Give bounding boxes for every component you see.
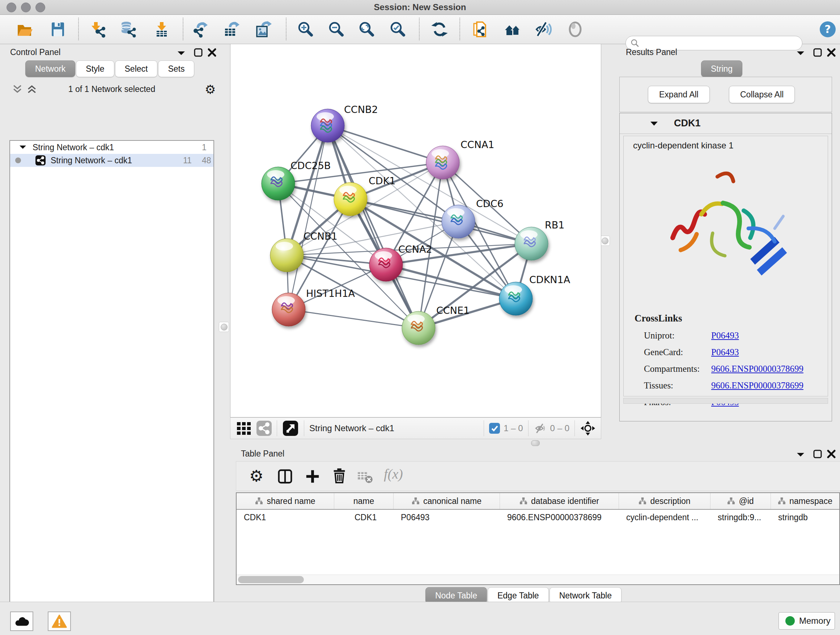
- node-CCNB1[interactable]: [270, 239, 303, 272]
- right-splitter-handle[interactable]: [600, 236, 610, 246]
- node-RB1[interactable]: [515, 227, 548, 260]
- hide-show-panels-icon[interactable]: [535, 21, 553, 38]
- help-icon[interactable]: ?: [819, 21, 836, 38]
- collapse-all-button[interactable]: Collapse All: [729, 86, 795, 103]
- node-HIST1H1A[interactable]: [272, 293, 305, 326]
- node-CDK1[interactable]: [334, 182, 367, 216]
- grid-view-icon[interactable]: [236, 421, 251, 436]
- bottom-splitter-handle[interactable]: [531, 440, 540, 446]
- node-CCNE1[interactable]: [402, 311, 435, 345]
- share-file-icon[interactable]: [472, 21, 489, 38]
- show-graphics-icon[interactable]: [567, 21, 584, 38]
- column-header-name[interactable]: name: [334, 493, 393, 509]
- close-window-button[interactable]: [6, 3, 16, 12]
- column-header-namespace[interactable]: namespace: [771, 493, 839, 509]
- control-panel-menu-icon[interactable]: [177, 50, 186, 57]
- compartments-link[interactable]: 9606.ENSP00000378699: [711, 364, 804, 374]
- tab-select[interactable]: Select: [115, 60, 158, 77]
- results-panel-menu-icon[interactable]: [796, 50, 805, 57]
- table-hscrollbar-thumb[interactable]: [238, 576, 304, 583]
- cell-namespace[interactable]: stringdb: [771, 510, 839, 525]
- node-CCNA1[interactable]: [426, 146, 459, 179]
- table-panel-float-icon[interactable]: [813, 449, 823, 459]
- open-session-icon[interactable]: [16, 21, 33, 38]
- cell-description[interactable]: cyclin-dependent ...: [619, 510, 711, 525]
- delete-table-icon[interactable]: [357, 470, 373, 484]
- network-row-selected[interactable]: String Network – cdk1 11 48: [10, 154, 213, 167]
- uniprot-link[interactable]: P06493: [711, 331, 739, 340]
- cloud-status-button[interactable]: [10, 611, 33, 631]
- results-scrollbar[interactable]: [623, 398, 828, 404]
- network-column-icon: [519, 497, 527, 505]
- import-table-icon[interactable]: [153, 21, 171, 38]
- column-header-database-identifier[interactable]: database identifier: [500, 493, 619, 509]
- edge-CCNB2-HIST1H1A[interactable]: [289, 126, 328, 310]
- table-panel-close-icon[interactable]: [826, 449, 836, 459]
- node-section-expander-icon[interactable]: [649, 120, 659, 127]
- network-view-mode-icon[interactable]: [256, 421, 272, 436]
- tree-expander-icon[interactable]: [19, 144, 27, 150]
- import-database-icon[interactable]: [120, 21, 137, 38]
- node-CDC25B[interactable]: [262, 167, 295, 200]
- table-row[interactable]: CDK1 CDK1 P06493 9606.ENSP00000378699 cy…: [237, 510, 839, 525]
- column-settings-gear-icon[interactable]: ⚙: [249, 467, 264, 485]
- birdseye-view-icon[interactable]: [282, 420, 299, 437]
- cell-name[interactable]: CDK1: [334, 510, 393, 525]
- control-panel-float-icon[interactable]: [193, 48, 203, 57]
- control-panel-close-icon[interactable]: [207, 48, 217, 57]
- node-CDC6[interactable]: [442, 205, 475, 238]
- export-image-icon[interactable]: [255, 21, 272, 38]
- homes-icon[interactable]: [504, 21, 521, 38]
- column-header-shared-name[interactable]: shared name: [237, 493, 334, 509]
- delete-column-icon[interactable]: [331, 467, 347, 484]
- zoom-fit-icon[interactable]: [358, 21, 376, 38]
- column-header-canonical-name[interactable]: canonical name: [393, 493, 500, 509]
- import-network-icon[interactable]: [90, 21, 107, 38]
- maximize-window-button[interactable]: [35, 3, 45, 12]
- network-collection-row[interactable]: String Network – cdk1 1: [10, 141, 213, 154]
- tissues-link[interactable]: 9606.ENSP00000378699: [711, 380, 804, 390]
- export-network-icon[interactable]: [191, 21, 209, 38]
- edge-CCNE1-HIST1H1A[interactable]: [289, 310, 418, 328]
- tab-sets[interactable]: Sets: [158, 60, 194, 77]
- node-CCNB2[interactable]: [311, 109, 344, 142]
- fit-content-crosshair-icon[interactable]: [580, 420, 596, 436]
- hidden-eye-icon[interactable]: [534, 422, 547, 434]
- node-CDKN1A[interactable]: [499, 282, 532, 315]
- selected-checkbox-icon[interactable]: [489, 423, 500, 434]
- refresh-icon[interactable]: [431, 21, 448, 38]
- network-view-canvas[interactable]: CCNB2CCNA1CDC25BCDK1CDC6RB1CCNB1CCNA2CDK…: [230, 44, 601, 417]
- results-node-box: CDK1 cyclin-dependent kinase 1: [619, 113, 832, 421]
- cell-database-identifier[interactable]: 9606.ENSP00000378699: [500, 510, 619, 525]
- warning-status-button[interactable]: [48, 611, 71, 631]
- tab-network[interactable]: Network: [25, 60, 75, 77]
- expand-all-button[interactable]: Expand All: [648, 86, 710, 103]
- genecard-link[interactable]: P06493: [711, 347, 739, 357]
- tab-style[interactable]: Style: [76, 60, 114, 77]
- column-header-id[interactable]: @id: [711, 493, 771, 509]
- left-splitter-handle[interactable]: [219, 322, 229, 332]
- zoom-out-icon[interactable]: [328, 21, 345, 38]
- show-columns-icon[interactable]: [277, 468, 294, 485]
- cell-shared-name[interactable]: CDK1: [237, 510, 334, 525]
- create-column-icon[interactable]: [304, 468, 321, 485]
- cell-id[interactable]: stringdb:9...: [711, 510, 771, 525]
- node-CCNA2[interactable]: [369, 248, 403, 281]
- minimize-window-button[interactable]: [21, 3, 31, 12]
- table-panel-menu-icon[interactable]: [796, 451, 805, 458]
- function-builder-icon[interactable]: f(x): [384, 466, 403, 482]
- results-panel-float-icon[interactable]: [813, 48, 823, 57]
- memory-button[interactable]: Memory: [778, 612, 835, 630]
- zoom-selected-icon[interactable]: [389, 21, 407, 38]
- network-canvas-svg[interactable]: CCNB2CCNA1CDC25BCDK1CDC6RB1CCNB1CCNA2CDK…: [231, 44, 601, 417]
- table-hscrollbar[interactable]: [237, 575, 839, 584]
- tab-string[interactable]: String: [701, 60, 742, 77]
- network-options-gear-icon[interactable]: ⚙: [205, 82, 216, 97]
- column-header-description[interactable]: description: [619, 493, 711, 509]
- results-panel-close-icon[interactable]: [826, 48, 836, 57]
- cell-canonical-name[interactable]: P06493: [393, 510, 500, 525]
- export-table-icon[interactable]: [223, 21, 240, 38]
- save-session-icon[interactable]: [49, 21, 66, 38]
- edge-CCNB2-CCNA1[interactable]: [328, 126, 443, 163]
- zoom-in-icon[interactable]: [297, 21, 314, 38]
